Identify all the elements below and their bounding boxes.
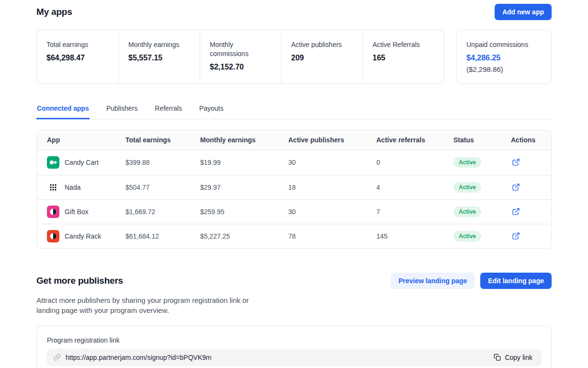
active-publishers-cell: 30: [288, 208, 376, 216]
preview-landing-page-button[interactable]: Preview landing page: [391, 273, 475, 289]
page-header: My apps Add new app: [36, 3, 552, 21]
stat-secondary-value: ($2,298.86): [466, 65, 542, 73]
registration-link-label: Program registration link: [47, 336, 541, 344]
stat-label: Total earnings: [46, 40, 109, 49]
external-link-icon: [512, 232, 520, 240]
actions-cell: [511, 157, 551, 168]
monthly-earnings-cell: $259.95: [200, 208, 288, 216]
page: My apps Add new app Total earnings $64,2…: [36, 0, 552, 368]
stat-label: Active Referrals: [373, 40, 434, 49]
page-title: My apps: [36, 7, 72, 17]
active-referrals-cell: 0: [376, 159, 453, 166]
copy-link-label: Copy link: [505, 354, 532, 361]
stat-value: $5,557.15: [128, 54, 190, 62]
stat-label: Monthly commissions: [210, 40, 271, 58]
status-badge: Active: [453, 182, 481, 193]
column-header-monthly-earnings: Monthly earnings: [200, 136, 288, 144]
table-row: Candy Rack $61,684.12 $5,227.25 78 145 A…: [37, 224, 551, 248]
app-cell: Candy Rack: [47, 230, 125, 242]
app-name: Gift Box: [65, 208, 89, 216]
actions-cell: [511, 207, 551, 217]
status-cell: Active: [453, 231, 511, 242]
stat-label: Unpaid commissions: [466, 40, 542, 49]
stat-active-publishers: Active publishers 209: [281, 30, 362, 83]
status-badge: Active: [453, 231, 481, 242]
copy-link-button[interactable]: Copy link: [490, 351, 536, 364]
tab-bar: Connected apps Publishers Referrals Payo…: [36, 100, 552, 119]
open-app-button[interactable]: [511, 207, 521, 217]
candy-cart-app-icon: [47, 156, 59, 169]
external-link-icon: [512, 183, 520, 191]
table-row: Candy Cart $399.88 $19.99 30 0 Active: [37, 150, 551, 175]
column-header-app: App: [47, 136, 125, 144]
total-earnings-cell: $399.88: [125, 159, 200, 166]
app-cell: Nada: [47, 181, 125, 194]
app-cell: Gift Box: [47, 206, 125, 218]
monthly-earnings-cell: $19.99: [200, 159, 288, 166]
stat-unpaid-commissions: Unpaid commissions $4,286.25 ($2,298.86): [456, 30, 552, 84]
column-header-active-referrals: Active referrals: [376, 136, 453, 144]
stats-card: Total earnings $64,298.47 Monthly earnin…: [36, 30, 444, 84]
section-description: Attract more publishers by sharing your …: [36, 295, 249, 315]
stat-label: Active publishers: [291, 40, 353, 49]
registration-link-field[interactable]: https://app.partnerjam.com/signup?id=bPQ…: [47, 349, 541, 366]
edit-landing-page-button[interactable]: Edit landing page: [480, 273, 552, 289]
registration-card: Program registration link https://app.pa…: [36, 326, 552, 368]
actions-cell: [511, 231, 551, 242]
table-row: Nada $504.77 $29.97 18 4 Active: [37, 175, 551, 199]
stat-monthly-earnings: Monthly earnings $5,557.15: [118, 30, 200, 83]
nada-app-icon: [47, 181, 59, 194]
open-app-button[interactable]: [511, 157, 521, 167]
app-name: Nada: [65, 184, 80, 191]
total-earnings-cell: $61,684.12: [125, 232, 200, 240]
active-referrals-cell: 145: [376, 232, 453, 240]
actions-cell: [511, 182, 551, 193]
open-app-button[interactable]: [511, 182, 521, 192]
stat-value: 209: [291, 54, 353, 62]
table-body: Candy Cart $399.88 $19.99 30 0 Active Na…: [37, 150, 551, 248]
app-name: Candy Cart: [65, 159, 99, 166]
tab-payouts[interactable]: Payouts: [199, 100, 224, 119]
stat-monthly-commissions: Monthly commissions $2,152.70: [200, 30, 281, 83]
gift-box-app-icon: [47, 206, 59, 218]
total-earnings-cell: $1,669.72: [125, 208, 200, 216]
stat-value: $2,152.70: [210, 63, 271, 71]
open-app-button[interactable]: [511, 231, 521, 241]
status-cell: Active: [453, 157, 511, 168]
column-header-total-earnings: Total earnings: [125, 136, 200, 144]
apps-table: App Total earnings Monthly earnings Acti…: [36, 130, 552, 249]
tab-connected-apps[interactable]: Connected apps: [36, 100, 90, 119]
column-header-active-publishers: Active publishers: [288, 136, 376, 144]
status-badge: Active: [453, 157, 481, 168]
app-cell: Candy Cart: [47, 156, 125, 169]
candy-rack-app-icon: [47, 230, 59, 242]
status-cell: Active: [453, 182, 511, 193]
active-publishers-cell: 18: [288, 184, 376, 191]
status-badge: Active: [453, 207, 481, 217]
registration-url: https://app.partnerjam.com/signup?id=bPQ…: [66, 354, 490, 361]
stat-value: $64,298.47: [46, 54, 109, 62]
copy-icon: [494, 354, 501, 361]
get-more-publishers-header: Get more publishers Preview landing page…: [36, 273, 552, 289]
column-header-actions: Actions: [511, 136, 551, 144]
add-new-app-button[interactable]: Add new app: [495, 4, 552, 20]
tab-publishers[interactable]: Publishers: [106, 100, 138, 119]
column-header-status: Status: [453, 136, 511, 144]
monthly-earnings-cell: $29.97: [200, 184, 288, 191]
app-name: Candy Rack: [65, 232, 101, 240]
total-earnings-cell: $504.77: [125, 184, 200, 191]
section-title: Get more publishers: [36, 276, 123, 286]
table-header-row: App Total earnings Monthly earnings Acti…: [37, 130, 551, 150]
publisher-buttons: Preview landing page Edit landing page: [391, 273, 552, 289]
stats-row: Total earnings $64,298.47 Monthly earnin…: [36, 30, 552, 84]
monthly-earnings-cell: $5,227.25: [200, 232, 288, 240]
link-icon: [54, 354, 61, 361]
active-referrals-cell: 4: [376, 184, 453, 191]
stat-active-referrals: Active Referrals 165: [362, 30, 444, 83]
stat-label: Monthly earnings: [128, 40, 190, 49]
active-publishers-cell: 78: [288, 232, 376, 240]
stat-total-earnings: Total earnings $64,298.47: [37, 30, 118, 83]
stat-value: 165: [373, 54, 434, 62]
tab-referrals[interactable]: Referrals: [154, 100, 182, 119]
status-cell: Active: [453, 207, 511, 217]
